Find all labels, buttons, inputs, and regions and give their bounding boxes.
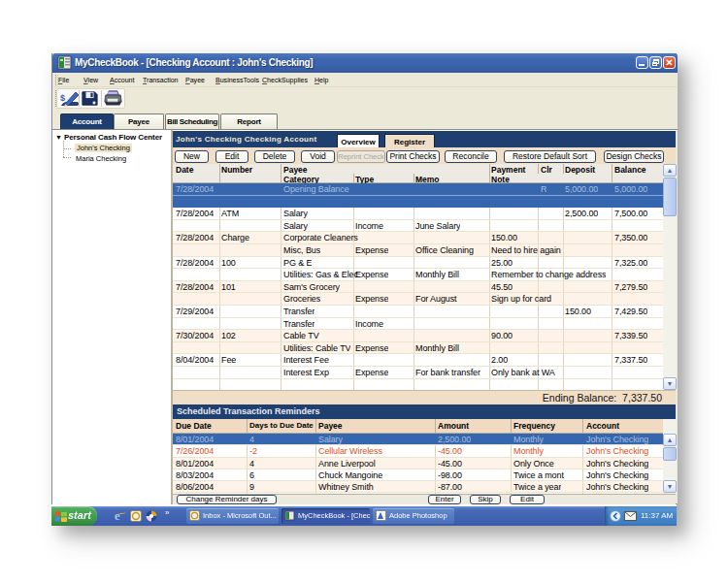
svg-text:$: $ (60, 93, 65, 103)
